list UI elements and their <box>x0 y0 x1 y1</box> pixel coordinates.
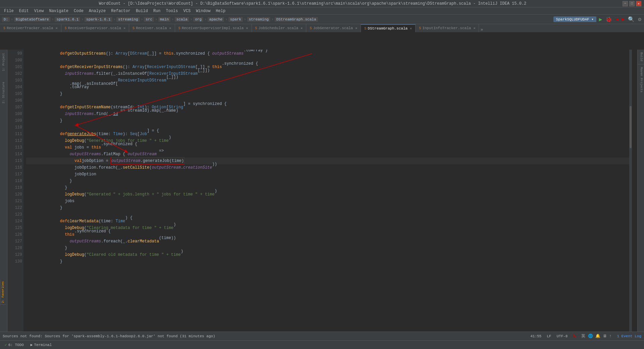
breadcrumb-apache[interactable]: apache <box>208 17 224 22</box>
menu-refactor[interactable]: Refactor <box>108 7 133 15</box>
code-line-101: def getReceiverInputStreams(): Array[Rec… <box>26 64 629 70</box>
run-button[interactable]: ▶ <box>598 16 603 23</box>
code-line-120: logDebug("Generated " + jobs.length + " … <box>26 191 629 198</box>
breadcrumb-bigdata[interactable]: BigDataSoftware <box>14 17 51 22</box>
tab-close-jobscheduler[interactable]: ✕ <box>301 26 303 30</box>
code-line-99: def getOutputStreams(): Array[DStream[_]… <box>26 50 629 57</box>
favorites-label[interactable]: 2: Favorites <box>0 280 6 305</box>
sidebar-label-project[interactable]: 1: Project <box>1 51 6 73</box>
code-line-119: } <box>26 184 629 191</box>
left-sidebar: 1: Project 2: Structure 2: Favorites <box>0 50 7 332</box>
more-tabs-button[interactable]: » <box>480 27 483 32</box>
syk-logo: S <box>573 333 576 339</box>
status-message: Sources not found: Sources for 'spark-as… <box>3 334 215 338</box>
code-line-130: } <box>26 258 629 265</box>
breadcrumb-spark-161[interactable]: spark-1.6.1 <box>85 17 112 22</box>
menu-view[interactable]: View <box>32 7 47 15</box>
code-content: def getOutputStreams(): Array[DStream[_]… <box>23 50 632 332</box>
tab-close-jobgenerator[interactable]: ✕ <box>355 26 357 30</box>
menu-help[interactable]: Help <box>213 7 228 15</box>
debug-button[interactable]: 🐞 <box>605 16 613 23</box>
code-line-127: outputStreams.foreach(_.clearMetadata(ti… <box>26 238 629 245</box>
tab-inputinfotracker[interactable]: S InputInfoTracker.scala ✕ <box>416 24 479 32</box>
scrollbar[interactable] <box>629 50 632 332</box>
sidebar-label-structure[interactable]: 2: Structure <box>1 80 6 106</box>
menu-analyze[interactable]: Analyze <box>86 7 108 15</box>
tab-close-receiversupervisorimpl[interactable]: ✕ <box>246 26 248 30</box>
right-sidebar: Build Maven Projects <box>637 50 644 332</box>
menu-run[interactable]: Run <box>151 7 163 15</box>
tab-todo[interactable]: ✓ 6: TODO <box>1 341 27 349</box>
minimize-button[interactable]: ─ <box>623 1 628 6</box>
code-line-109: } <box>26 117 629 124</box>
tab-jobgenerator[interactable]: S JobGenerator.scala ✕ <box>306 24 361 32</box>
code-line-125: logDebug("Clearing metadata for time " +… <box>26 225 629 231</box>
code-line-126: this.synchronized { <box>26 231 629 238</box>
code-line-114: outputStreams.flatMap { outputStream => <box>26 151 629 158</box>
breadcrumb: D: › BigDataSoftware › spark1.6.1 › spar… <box>2 17 318 22</box>
code-line-100 <box>26 57 629 64</box>
sidebar-maven-label[interactable]: Maven Projects <box>638 64 644 95</box>
tab-receivertracker[interactable]: S ReceiverTracker.scala ✕ <box>0 24 61 32</box>
breadcrumb-streaming2[interactable]: streaming <box>247 17 270 22</box>
code-line-121: jobs <box>26 198 629 205</box>
menu-file[interactable]: File <box>1 7 16 15</box>
code-line-108: inputStreams.find(_.id == streamId).map(… <box>26 111 629 117</box>
breadcrumb-spark161[interactable]: spark1.6.1 <box>55 17 80 22</box>
tab-close-receiversupervisor[interactable]: ✕ <box>123 26 125 30</box>
menu-tools[interactable]: Tools <box>163 7 181 15</box>
sidebar-build-label[interactable]: Build <box>638 50 644 64</box>
code-line-117: jobOption <box>26 171 629 178</box>
tray-icons: 英 🌐 🔔 🖥 ↑ <box>581 333 611 339</box>
todo-icon: ✓ <box>5 343 7 347</box>
code-line-124: def clearMetadata(time: Time) { <box>26 218 629 225</box>
breadcrumb-org[interactable]: org <box>193 17 203 22</box>
tab-receiversupervisor[interactable]: S ReceiverSupervisor.scala ✕ <box>61 24 129 32</box>
title-text: WordCount - [D:\IdeaProjects\WordCount] … <box>3 1 623 6</box>
breadcrumb-main[interactable]: main <box>158 17 170 22</box>
nav-forward[interactable]: ▶ <box>621 16 625 22</box>
event-log-button[interactable]: 1 Event Log <box>617 334 641 338</box>
tab-close-receivertracker[interactable]: ✕ <box>56 26 58 30</box>
code-line-106 <box>26 97 629 104</box>
menu-edit[interactable]: Edit <box>16 7 32 15</box>
breadcrumb-d[interactable]: D: <box>2 17 10 22</box>
tab-receiversupervisorimpl[interactable]: S ReceiverSupervisorImpl.scala ✕ <box>175 24 252 32</box>
breadcrumb-file[interactable]: DStreamGraph.scala <box>275 17 318 22</box>
breadcrumb-src[interactable]: src <box>144 17 154 22</box>
breadcrumb-streaming[interactable]: streaming <box>116 17 140 22</box>
status-bar: Sources not found: Sources for 'spark-as… <box>0 332 644 340</box>
search-icon[interactable]: 🔍 <box>627 16 635 23</box>
breadcrumb-scala[interactable]: scala <box>175 17 189 22</box>
tab-close-inputinfotracker[interactable]: ✕ <box>473 26 475 30</box>
menu-vcs[interactable]: VCS <box>181 7 194 15</box>
scroll-thumb[interactable] <box>630 106 632 148</box>
tab-receiver[interactable]: S Receiver.scala ✕ <box>129 24 175 32</box>
breadcrumb-spark[interactable]: spark <box>228 17 243 22</box>
status-encoding: UTF-8 <box>556 334 568 338</box>
close-button[interactable]: ✕ <box>636 1 641 6</box>
menu-build[interactable]: Build <box>133 7 151 15</box>
code-line-116: jobOption.foreach(_.setCallSite(outputSt… <box>26 164 629 171</box>
tab-dstreamgraph[interactable]: S DStreamGraph.scala ✕ <box>361 24 416 32</box>
code-line-105: } <box>26 91 629 97</box>
bottom-bar: ✓ 6: TODO ▶ Terminal <box>0 340 644 349</box>
code-line-129: logDebug("Cleared old metadata for time … <box>26 251 629 258</box>
menu-code[interactable]: Code <box>71 7 86 15</box>
status-line-col: 41:55 <box>530 334 541 338</box>
code-line-111: def generateJobs(time: Time): Seq[Job] =… <box>26 131 629 137</box>
settings-icon[interactable]: ⚙ <box>637 16 642 23</box>
code-line-115: val jobOption = outputStream.generateJob… <box>26 158 629 164</box>
menu-bar: File Edit View Navigate Code Analyze Ref… <box>0 7 644 15</box>
menu-window[interactable]: Window <box>193 7 213 15</box>
code-line-128: } <box>26 245 629 251</box>
tab-close-receiver[interactable]: ✕ <box>169 26 171 30</box>
maximize-button[interactable]: □ <box>629 1 635 6</box>
tab-terminal[interactable]: ▶ Terminal <box>27 341 55 349</box>
project-selector[interactable]: SparkSQLUDFUDAF ▾ <box>553 16 596 22</box>
tab-close-dstreamgraph[interactable]: ✕ <box>410 26 412 31</box>
toolbar: D: › BigDataSoftware › spark1.6.1 › spar… <box>0 15 644 24</box>
menu-navigate[interactable]: Navigate <box>46 7 71 15</box>
tab-jobscheduler[interactable]: S JobScheduler.scala ✕ <box>252 24 307 32</box>
nav-back[interactable]: ◀ <box>615 16 619 22</box>
